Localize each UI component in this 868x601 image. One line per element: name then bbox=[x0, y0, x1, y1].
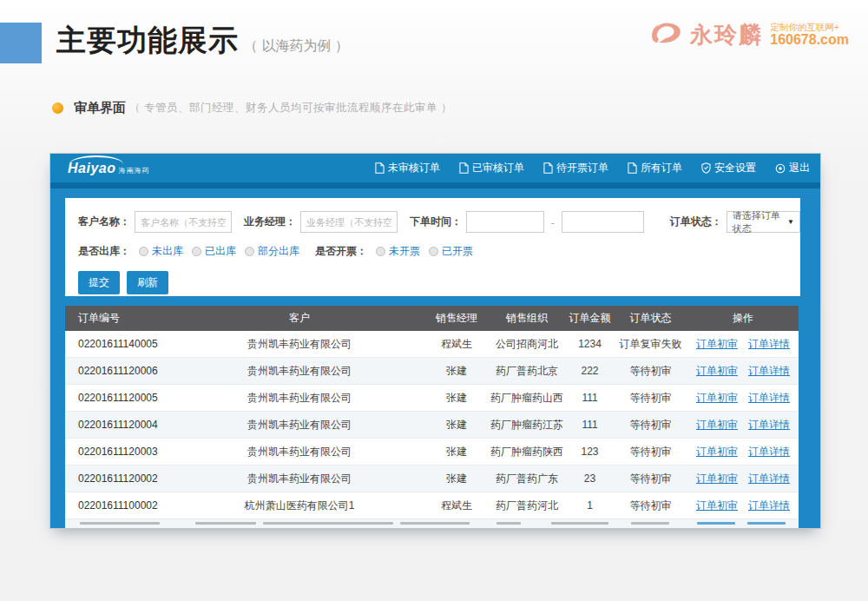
order-first-review-link[interactable]: 订单初审 bbox=[696, 446, 738, 458]
invoice-radio-0[interactable]: 未开票 bbox=[376, 244, 420, 259]
order-time-to-input[interactable] bbox=[562, 211, 644, 233]
filter-panel: 客户名称： 业务经理： 下单时间： - 订单状态： 请选择订单状态 ▼ 是否出库… bbox=[65, 198, 800, 296]
radio-label: 部分出库 bbox=[258, 244, 299, 259]
customer-cell: 贵州凯丰药业有限公司 bbox=[174, 418, 425, 433]
order-status-cell: 等待初审 bbox=[614, 418, 687, 433]
nav-item-security-settings[interactable]: 安全设置 bbox=[701, 161, 756, 175]
column-header: 客户 bbox=[174, 311, 425, 326]
actions-cell: 订单初审订单详情 bbox=[687, 391, 799, 406]
haiyao-logo-subtext: 海南海药 bbox=[118, 166, 149, 175]
order-number-cell: 02201611120004 bbox=[65, 419, 174, 431]
refresh-button[interactable]: 刷新 bbox=[127, 271, 168, 294]
title-accent-square bbox=[0, 23, 42, 63]
nav-item-all-orders[interactable]: 所有订单 bbox=[628, 161, 682, 175]
power-icon bbox=[775, 163, 786, 174]
radio-circle-icon[interactable] bbox=[429, 247, 438, 256]
sales-manager-label: 业务经理： bbox=[244, 215, 296, 229]
invoice-radio-group: 未开票已开票 bbox=[367, 244, 473, 259]
sales-org-cell: 药厂普药广东 bbox=[488, 472, 566, 486]
radio-circle-icon[interactable] bbox=[245, 247, 254, 256]
order-details-link[interactable]: 订单详情 bbox=[748, 338, 790, 350]
order-first-review-link[interactable]: 订单初审 bbox=[696, 392, 738, 404]
customer-cell: 贵州凯丰药业有限公司 bbox=[174, 337, 425, 352]
document-icon bbox=[375, 162, 385, 174]
table-header-row: 订单编号客户销售经理销售组织订单金额订单状态操作 bbox=[65, 306, 799, 331]
order-number-cell: 02201611120002 bbox=[65, 472, 174, 485]
table-row: 02201611120002贵州凯丰药业有限公司张建药厂普药广东23等待初审订单… bbox=[65, 466, 799, 492]
order-details-link[interactable]: 订单详情 bbox=[748, 365, 790, 377]
order-status-select[interactable]: 请选择订单状态 ▼ bbox=[727, 211, 800, 233]
customer-cell: 贵州凯丰药业有限公司 bbox=[174, 364, 425, 379]
order-time-from-input[interactable] bbox=[466, 211, 544, 233]
customer-name-input[interactable] bbox=[135, 211, 232, 233]
clipped-text bbox=[80, 522, 160, 525]
radio-label: 已开票 bbox=[442, 244, 473, 259]
sales-org-cell: 药厂肿瘤药陕西 bbox=[488, 445, 566, 459]
clipped-text bbox=[263, 522, 393, 525]
nav-item-reviewed-orders[interactable]: 已审核订单 bbox=[459, 161, 524, 175]
table-row: 02201611120006贵州凯丰药业有限公司张建药厂普药北京222等待初审订… bbox=[65, 358, 799, 385]
sales-org-cell: 药厂普药河北 bbox=[488, 499, 566, 513]
order-first-review-link[interactable]: 订单初审 bbox=[696, 338, 738, 350]
filter-row-2: 是否出库： 未出库已出库部分出库 是否开票： 未开票已开票 bbox=[78, 244, 800, 259]
sales-manager-cell: 张建 bbox=[425, 364, 488, 379]
actions-cell: 订单初审订单详情 bbox=[687, 472, 799, 486]
section-title: 审单界面 bbox=[74, 100, 126, 116]
order-status-cell: 订单复审失败 bbox=[614, 337, 687, 352]
page-title: 主要功能展示（ 以海药为例 ） bbox=[56, 21, 349, 61]
order-status-select-value: 请选择订单状态 bbox=[733, 209, 787, 235]
actions-cell: 订单初审订单详情 bbox=[687, 418, 799, 433]
clipped-text bbox=[551, 522, 608, 525]
sales-manager-input[interactable] bbox=[300, 211, 398, 233]
brand-domain: 160678.com bbox=[770, 32, 849, 48]
nav-item-unreviewed-orders[interactable]: 未审核订单 bbox=[375, 161, 440, 175]
sales-manager-cell: 程斌生 bbox=[425, 499, 488, 513]
outbound-radio-0[interactable]: 未出库 bbox=[139, 244, 183, 259]
radio-circle-icon[interactable] bbox=[139, 247, 148, 256]
orders-table: 订单编号客户销售经理销售组织订单金额订单状态操作 02201611140005贵… bbox=[65, 306, 799, 528]
section-header: 审单界面 （ 专管员、部门经理、财务人员均可按审批流程顺序在此审单 ） bbox=[52, 100, 452, 116]
brand-mark-icon bbox=[648, 19, 687, 50]
order-number-cell: 02201611120005 bbox=[65, 392, 174, 404]
order-first-review-link[interactable]: 订单初审 bbox=[696, 472, 738, 485]
order-number-cell: 02201611140005 bbox=[65, 338, 174, 350]
table-row: 02201611100002杭州萧山医药有限公司1程斌生药厂普药河北1等待初审订… bbox=[65, 492, 799, 519]
submit-button[interactable]: 提交 bbox=[78, 271, 120, 294]
order-first-review-link[interactable]: 订单初审 bbox=[696, 365, 738, 377]
order-first-review-link[interactable]: 订单初审 bbox=[696, 499, 738, 512]
customer-cell: 贵州凯丰药业有限公司 bbox=[174, 445, 425, 459]
radio-circle-icon[interactable] bbox=[376, 247, 385, 256]
order-details-link[interactable]: 订单详情 bbox=[748, 419, 790, 431]
radio-label: 未出库 bbox=[152, 244, 183, 259]
order-amount-cell: 111 bbox=[566, 419, 614, 431]
chevron-down-icon: ▼ bbox=[787, 218, 794, 226]
order-details-link[interactable]: 订单详情 bbox=[748, 392, 790, 404]
invoice-radio-1[interactable]: 已开票 bbox=[429, 244, 473, 259]
outbound-radio-1[interactable]: 已出库 bbox=[192, 244, 236, 259]
column-header: 订单状态 bbox=[614, 311, 687, 326]
nav-item-pending-invoice-orders[interactable]: 待开票订单 bbox=[543, 161, 608, 175]
order-status-cell: 等待初审 bbox=[614, 472, 687, 486]
clipped-link bbox=[747, 522, 786, 525]
order-amount-cell: 123 bbox=[566, 446, 614, 458]
outbound-radio-2[interactable]: 部分出库 bbox=[245, 244, 299, 259]
filter-row-3: 提交 刷新 bbox=[78, 271, 800, 294]
order-details-link[interactable]: 订单详情 bbox=[748, 472, 790, 485]
order-first-review-link[interactable]: 订单初审 bbox=[696, 419, 738, 431]
clipped-text bbox=[195, 522, 256, 525]
table-row: 02201611120003贵州凯丰药业有限公司张建药厂肿瘤药陕西123等待初审… bbox=[65, 439, 799, 466]
document-icon bbox=[543, 162, 553, 174]
nav-item-logout[interactable]: 退出 bbox=[775, 161, 810, 175]
nav-items: 未审核订单已审核订单待开票订单所有订单安全设置退出 bbox=[356, 161, 810, 175]
order-amount-cell: 1 bbox=[566, 499, 614, 512]
radio-circle-icon[interactable] bbox=[192, 247, 201, 256]
filter-row-1: 客户名称： 业务经理： 下单时间： - 订单状态： 请选择订单状态 ▼ bbox=[78, 211, 800, 233]
order-details-link[interactable]: 订单详情 bbox=[748, 499, 790, 512]
radio-label: 未开票 bbox=[389, 244, 420, 259]
sales-manager-cell: 张建 bbox=[425, 391, 488, 406]
actions-cell: 订单初审订单详情 bbox=[687, 445, 799, 459]
page-title-text: 主要功能展示 bbox=[56, 23, 239, 56]
order-details-link[interactable]: 订单详情 bbox=[748, 446, 790, 458]
app-navbar: Haiyao 海南海药 未审核订单已审核订单待开票订单所有订单安全设置退出 bbox=[50, 154, 820, 182]
order-status-cell: 等待初审 bbox=[614, 391, 687, 406]
